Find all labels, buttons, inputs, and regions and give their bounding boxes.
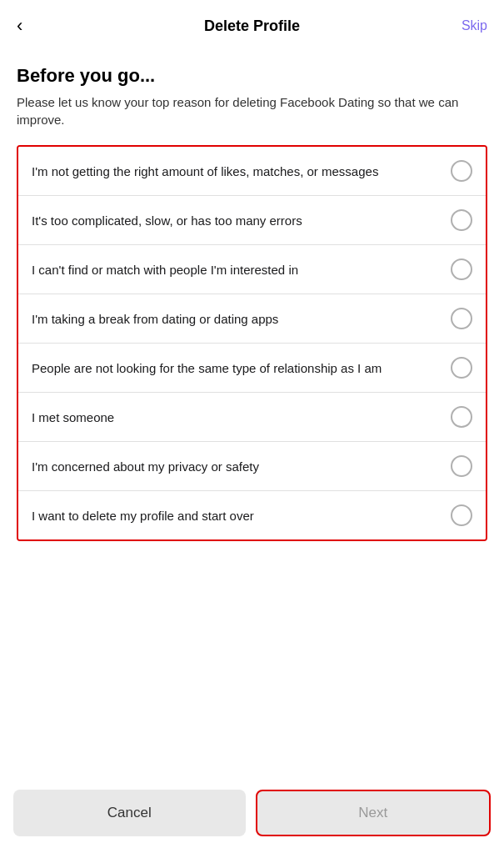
option-item-5[interactable]: People are not looking for the same type… [18,344,486,393]
skip-button[interactable]: Skip [462,18,487,33]
option-text-3: I can't find or match with people I'm in… [32,261,451,278]
radio-circle-3 [451,258,472,280]
option-item-3[interactable]: I can't find or match with people I'm in… [18,245,486,294]
option-item-2[interactable]: It's too complicated, slow, or has too m… [18,196,486,245]
bottom-buttons: Cancel Next [0,780,504,853]
subtitle: Please let us know your top reason for d… [17,93,487,128]
main-content: Before you go... Please let us know your… [0,48,504,541]
option-text-2: It's too complicated, slow, or has too m… [32,212,451,229]
option-item-1[interactable]: I'm not getting the right amount of like… [18,147,486,196]
next-button[interactable]: Next [256,790,492,836]
option-item-4[interactable]: I'm taking a break from dating or dating… [18,294,486,344]
radio-circle-1 [451,160,472,182]
radio-circle-8 [451,504,472,526]
option-item-7[interactable]: I'm concerned about my privacy or safety [18,442,486,491]
radio-circle-5 [451,357,472,379]
option-text-4: I'm taking a break from dating or dating… [32,310,451,328]
radio-circle-7 [451,455,472,477]
option-text-6: I met someone [32,409,451,426]
option-text-1: I'm not getting the right amount of like… [32,163,451,180]
header: ‹ Delete Profile Skip [0,0,504,48]
radio-circle-2 [451,209,472,231]
option-item-6[interactable]: I met someone [18,393,486,442]
cancel-button[interactable]: Cancel [13,790,246,836]
radio-circle-4 [451,308,472,329]
option-text-5: People are not looking for the same type… [32,359,451,377]
option-item-8[interactable]: I want to delete my profile and start ov… [18,491,486,539]
page-title: Delete Profile [204,18,300,35]
options-list: I'm not getting the right amount of like… [17,145,487,541]
back-button[interactable]: ‹ [17,13,29,38]
option-text-7: I'm concerned about my privacy or safety [32,458,451,475]
main-heading: Before you go... [17,65,487,87]
option-text-8: I want to delete my profile and start ov… [32,507,451,524]
radio-circle-6 [451,406,472,428]
